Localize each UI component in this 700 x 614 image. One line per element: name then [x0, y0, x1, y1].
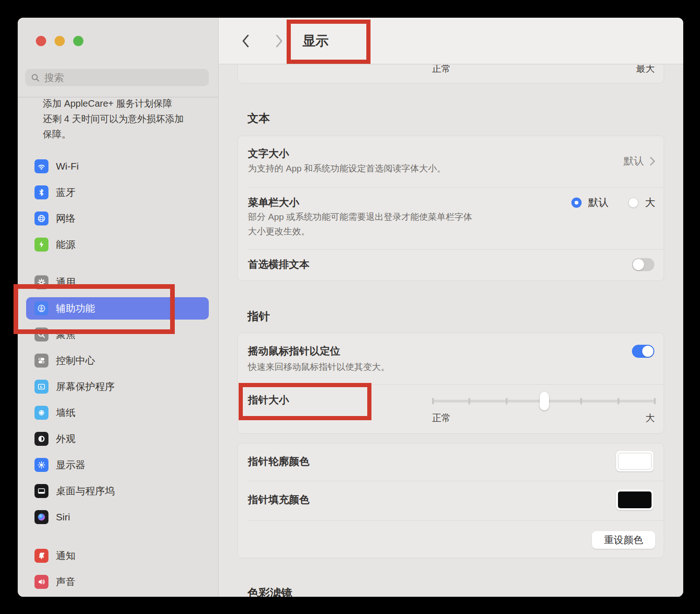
sidebar-item-screen-saver[interactable]: 屏幕保护程序 [26, 375, 209, 398]
divider [248, 187, 664, 188]
sidebar-item-notifications[interactable]: 通知 [26, 545, 209, 567]
menubar-size-title: 菜单栏大小 [248, 197, 299, 209]
toolbar: 显示 [219, 18, 683, 64]
shake-to-locate-title: 摇动鼠标指针以定位 [248, 345, 340, 357]
search-placeholder: 搜索 [44, 71, 64, 84]
divider [248, 384, 664, 385]
swatch-white [618, 453, 652, 470]
shake-to-locate-toggle[interactable] [632, 345, 654, 358]
chevron-right-icon [275, 34, 283, 48]
zoom-button[interactable] [73, 36, 83, 46]
outline-color-swatch[interactable] [616, 451, 653, 471]
text-size-value-button[interactable]: 默认 [624, 154, 655, 168]
sidebar-item-general[interactable]: 通用 [26, 271, 209, 293]
outline-color-title: 指针轮廓颜色 [248, 456, 309, 468]
sidebar-item-wallpaper[interactable]: 墙纸 [26, 402, 209, 424]
bell-icon [34, 549, 48, 563]
bolt-icon [34, 238, 48, 252]
reset-colors-button[interactable]: 重设颜色 [592, 531, 655, 549]
fill-color-title: 指针填充颜色 [248, 494, 309, 506]
sidebar-item-bluetooth[interactable]: 蓝牙 [26, 181, 209, 204]
gear-icon [34, 275, 48, 289]
applecare-line3: 保障。 [43, 127, 212, 142]
scroll-content: 正常 最大 文本 文字大小 为支持的 App 和系统功能设定首选阅读字体大小。 … [219, 65, 683, 597]
search-icon [31, 73, 40, 82]
accessibility-icon [34, 301, 48, 315]
slider-tick [468, 398, 470, 404]
applecare-line1: 添加 AppleCare+ 服务计划保障 [43, 97, 212, 111]
search-input[interactable]: 搜索 [25, 69, 209, 86]
slider-min-label: 正常 [432, 413, 451, 423]
speaker-icon [34, 575, 48, 589]
peek-left-label: 正常 [432, 65, 451, 73]
screensaver-icon [34, 380, 48, 394]
chevron-right-icon [650, 157, 655, 166]
settings-window: 搜索 添加 AppleCare+ 服务计划保障 还剩 4 天时间可以为意外损坏添… [18, 18, 683, 597]
sidebar-item-wifi[interactable]: Wi-Fi [26, 155, 209, 177]
sidebar-item-desktop-dock[interactable]: 桌面与程序坞 [26, 480, 209, 502]
globe-icon [34, 211, 48, 225]
menubar-size-description-2: 大小更改生效。 [248, 227, 310, 236]
minimize-button[interactable] [55, 36, 65, 46]
pointer-colors-card: 指针轮廓颜色 指针填充颜色 重设颜色 [237, 443, 664, 558]
slider-tick [506, 398, 508, 404]
slider-tick [654, 398, 656, 404]
applecare-line2: 还剩 4 天时间可以为意外损坏添加 [43, 111, 212, 127]
sidebar-item-accessibility[interactable]: 辅助功能 [26, 297, 209, 320]
sidebar-item-siri[interactable]: Siri [26, 506, 209, 528]
sidebar-item-energy[interactable]: 能源 [26, 233, 209, 256]
text-size-description: 为支持的 App 和系统功能设定首选阅读字体大小。 [248, 164, 446, 173]
text-size-title: 文字大小 [248, 148, 289, 160]
forward-button[interactable] [275, 34, 283, 49]
fill-color-swatch[interactable] [616, 490, 653, 510]
swatch-black [618, 491, 652, 508]
pointer-card: 摇动鼠标指针以定位 快速来回移动鼠标指针以使其变大。 指针大小 正常 [237, 333, 664, 434]
radio-large-label: 大 [645, 196, 655, 210]
wrap-text-toggle[interactable] [632, 258, 654, 271]
flower-icon [34, 406, 48, 420]
contrast-icon [34, 432, 48, 446]
radio-default-label: 默认 [588, 196, 609, 210]
sidebar-item-network[interactable]: 网络 [26, 207, 209, 230]
slider-tick [432, 398, 434, 404]
pointer-section-heading: 指针 [247, 311, 270, 322]
divider [248, 249, 664, 250]
toggle-knob [633, 259, 644, 270]
close-button[interactable] [36, 36, 46, 46]
text-card: 文字大小 为支持的 App 和系统功能设定首选阅读字体大小。 默认 菜单栏大小 … [237, 136, 664, 281]
sun-icon [34, 458, 48, 472]
sidebar-item-appearance[interactable]: 外观 [26, 428, 209, 450]
sidebar-item-displays[interactable]: 显示器 [26, 454, 209, 476]
slider-tick [580, 398, 582, 404]
toggles-icon [34, 354, 48, 368]
sidebar-item-control-center[interactable]: 控制中心 [26, 349, 209, 372]
desktop-dock-icon [34, 484, 48, 498]
menubar-size-description-1: 部分 App 或系统功能可能需要退出登录才能使菜单栏字体 [248, 212, 472, 221]
shake-to-locate-description: 快速来回移动鼠标指针以使其变大。 [248, 362, 390, 371]
pointer-size-slider[interactable] [432, 392, 656, 410]
page-title: 显示 [302, 18, 329, 64]
pointer-size-title: 指针大小 [248, 394, 289, 406]
peek-right-label: 最大 [636, 65, 655, 73]
wrap-text-title: 首选横排文本 [248, 259, 309, 271]
peek-card: 正常 最大 [237, 65, 664, 83]
applecare-banner[interactable]: 添加 AppleCare+ 服务计划保障 还剩 4 天时间可以为意外损坏添加 保… [43, 97, 212, 150]
slider-tick [618, 398, 619, 404]
window-controls [36, 36, 83, 46]
radio-default[interactable] [571, 198, 582, 208]
main-pane: 显示 正常 最大 文本 文字大小 为支持的 App 和系统功能设定首选阅读字体大… [219, 18, 683, 597]
magnifier-icon [34, 327, 48, 341]
divider [248, 481, 664, 481]
siri-icon [34, 510, 48, 524]
text-size-value: 默认 [624, 154, 644, 168]
text-section-heading: 文本 [247, 113, 270, 124]
slider-thumb[interactable] [540, 392, 549, 410]
sidebar-item-sound[interactable]: 声音 [26, 571, 209, 593]
radio-large[interactable] [628, 198, 638, 208]
bluetooth-icon [34, 185, 48, 199]
sidebar-item-spotlight[interactable]: 聚焦 [26, 323, 209, 346]
wifi-icon [34, 159, 48, 173]
back-button[interactable] [242, 34, 249, 49]
menubar-size-radio-group: 默认 大 [571, 196, 655, 209]
color-filters-heading: 色彩滤镜 [247, 587, 292, 597]
